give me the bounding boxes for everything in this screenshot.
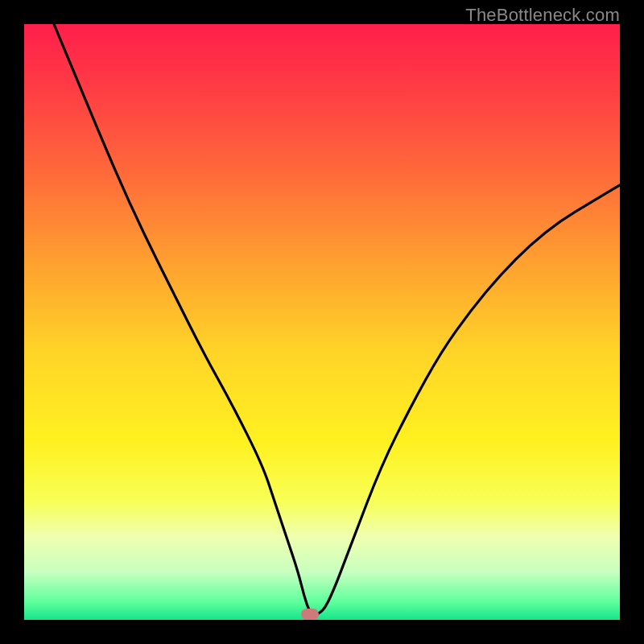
plot-area xyxy=(24,24,620,620)
bottleneck-curve xyxy=(24,24,620,620)
optimal-point-marker xyxy=(301,609,319,620)
chart-container: { "watermark": "TheBottleneck.com", "col… xyxy=(0,0,644,644)
watermark-text: TheBottleneck.com xyxy=(465,5,620,26)
